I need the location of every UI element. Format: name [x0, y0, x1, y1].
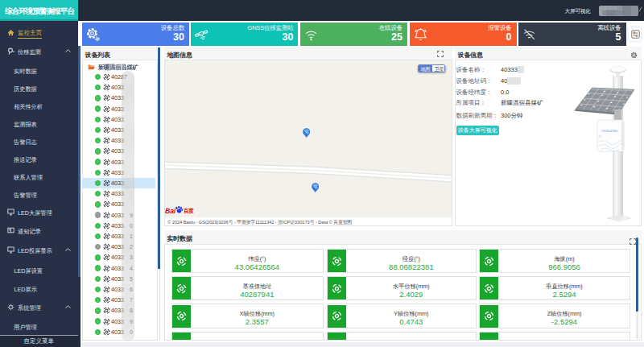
svg-text:GNSS监测站: GNSS监测站	[601, 129, 618, 133]
